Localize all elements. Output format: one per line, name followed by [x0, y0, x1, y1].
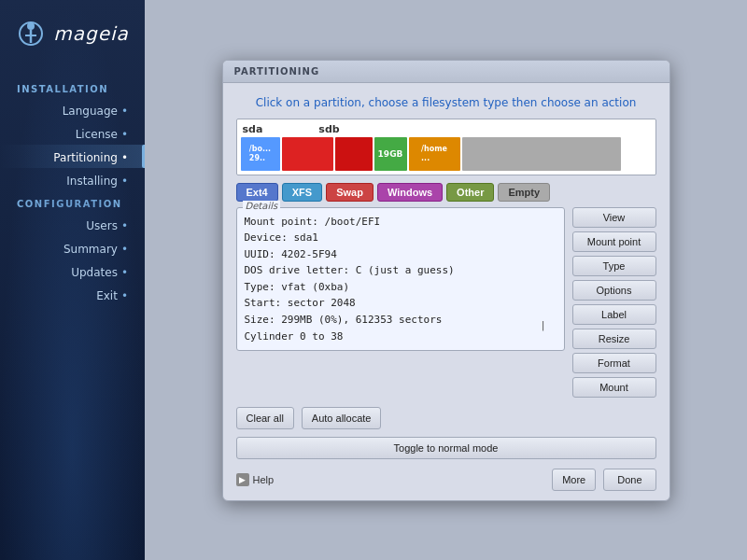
sidebar: mageia INSTALLATION Language• License• P…: [0, 0, 145, 560]
disk-header: sda sdb: [241, 123, 652, 137]
mount-point-button[interactable]: Mount point: [572, 231, 656, 252]
fs-buttons: Ext4 XFS Swap Windows Other Empty: [236, 183, 656, 202]
sidebar-item-license[interactable]: License•: [0, 121, 145, 145]
partition-gray[interactable]: [462, 137, 621, 171]
dialog-title: PARTITIONING: [234, 66, 320, 77]
type-button[interactable]: Type: [572, 256, 656, 276]
partitioning-dialog: PARTITIONING Click on a partition, choos…: [222, 60, 670, 501]
fs-btn-windows[interactable]: Windows: [377, 183, 443, 202]
sidebar-item-installing[interactable]: Installing•: [0, 168, 145, 191]
more-button[interactable]: More: [552, 469, 596, 491]
auto-allocate-button[interactable]: Auto allocate: [302, 407, 382, 429]
toggle-button[interactable]: Toggle to normal mode: [236, 437, 656, 459]
installation-section-label: INSTALLATION: [0, 84, 108, 94]
dialog-body: Click on a partition, choose a filesyste…: [223, 83, 669, 500]
bottom-left: Clear all Auto allocate: [236, 407, 382, 429]
dialog-content: Details Mount point: /boot/EFI Device: s…: [236, 207, 656, 398]
partition-green[interactable]: 19GB: [374, 137, 407, 171]
sidebar-item-updates[interactable]: Updates•: [0, 259, 145, 283]
fs-btn-swap[interactable]: Swap: [326, 183, 374, 202]
configuration-section-label: CONFIGURATION: [0, 199, 122, 209]
info-text: Click on a partition, choose a filesyste…: [236, 92, 656, 113]
sidebar-item-summary[interactable]: Summary•: [0, 236, 145, 259]
details-label: Details: [243, 201, 281, 211]
partition-home[interactable]: /home...: [409, 137, 460, 171]
fs-btn-other[interactable]: Other: [446, 183, 494, 202]
mageia-logo-icon: [16, 19, 46, 49]
fs-btn-ext4[interactable]: Ext4: [236, 183, 278, 202]
dialog-titlebar: PARTITIONING: [223, 61, 669, 83]
sidebar-item-partitioning[interactable]: Partitioning•: [0, 145, 145, 168]
options-button[interactable]: Options: [572, 280, 656, 301]
sidebar-item-exit[interactable]: Exit•: [0, 283, 145, 306]
resize-button[interactable]: Resize: [572, 329, 656, 349]
sda-label: sda: [243, 123, 263, 135]
cursor-indicator: |: [542, 319, 545, 331]
sidebar-item-users[interactable]: Users•: [0, 213, 145, 236]
sidebar-item-language[interactable]: Language•: [0, 98, 145, 121]
partition-red1[interactable]: [282, 137, 333, 171]
fs-btn-empty[interactable]: Empty: [498, 183, 550, 202]
fs-btn-xfs[interactable]: XFS: [282, 183, 322, 202]
disk-bar-container: sda sdb /bo...29.. 19GB /home...: [236, 119, 656, 175]
partition-red2[interactable]: [335, 137, 373, 171]
main-area: PARTITIONING Click on a partition, choos…: [145, 0, 747, 560]
help-button[interactable]: ▶ Help: [236, 473, 275, 486]
svg-point-1: [27, 22, 35, 30]
mount-button[interactable]: Mount: [572, 377, 656, 398]
format-button[interactable]: Format: [572, 353, 656, 373]
clear-all-button[interactable]: Clear all: [236, 407, 294, 429]
left-panel: Details Mount point: /boot/EFI Device: s…: [236, 207, 565, 398]
disk-partitions: /bo...29.. 19GB /home...: [241, 137, 652, 171]
label-button[interactable]: Label: [572, 304, 656, 325]
done-button[interactable]: Done: [603, 469, 655, 491]
details-text: Mount point: /boot/EFI Device: sda1 UUID…: [245, 214, 557, 345]
help-icon: ▶: [236, 473, 249, 486]
details-box: Details Mount point: /boot/EFI Device: s…: [236, 207, 565, 352]
view-button[interactable]: View: [572, 207, 656, 228]
logo-area: mageia: [16, 19, 129, 49]
sdb-label: sdb: [318, 123, 339, 135]
partition-boot[interactable]: /bo...29..: [241, 137, 280, 171]
bottom-row: Clear all Auto allocate: [236, 407, 656, 429]
logo-text: mageia: [53, 22, 129, 45]
dialog-footer-buttons: More Done: [552, 469, 655, 491]
right-panel: View Mount point Type Options Label Resi…: [572, 207, 656, 398]
